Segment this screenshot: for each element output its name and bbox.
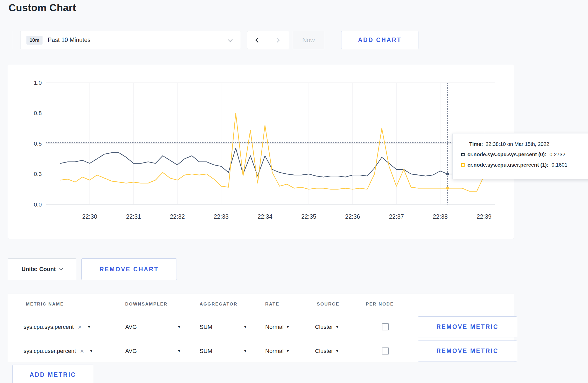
y-axis-label: 0.3: [16, 171, 42, 178]
per-node-cell: [382, 315, 389, 339]
chevron-left-icon: [255, 38, 261, 43]
source-select[interactable]: Cluster ▾: [315, 315, 338, 339]
per-node-cell: [382, 339, 389, 363]
rate-select[interactable]: Normal ▾: [265, 339, 289, 363]
rate-value: Normal: [265, 324, 284, 330]
tooltip-time: Time:22:38:10 on Mar 15th, 2022: [469, 141, 588, 147]
rate-value: Normal: [265, 348, 284, 354]
tooltip-time-label: Time:: [469, 141, 483, 147]
remove-metric-button[interactable]: REMOVE METRIC: [418, 341, 517, 361]
custom-chart-page: Custom Chart 10m Past 10 Minutes Now ADD…: [0, 0, 588, 383]
per-node-checkbox[interactable]: [382, 323, 389, 330]
caret-down-icon: ▾: [287, 349, 289, 353]
caret-down-icon: ▾: [336, 325, 338, 329]
downsampler-value: AVG: [125, 348, 137, 354]
aggregator-select[interactable]: SUM ▾: [200, 315, 246, 339]
x-axis-label: 22:31: [118, 213, 149, 220]
remove-value-icon[interactable]: ×: [78, 324, 82, 330]
caret-down-icon: ▾: [90, 349, 92, 353]
add-metric-button[interactable]: ADD METRIC: [12, 365, 93, 383]
tooltip-series-value: 0.1601: [551, 162, 567, 168]
time-next-button[interactable]: [268, 31, 289, 49]
chevron-right-icon: [275, 38, 280, 43]
tooltip-series-value: 0.2732: [550, 152, 565, 158]
time-range-select[interactable]: 10m Past 10 Minutes: [20, 31, 241, 49]
column-header-downsampler: DOWNSAMPLER: [125, 302, 167, 307]
remove-metric-button[interactable]: REMOVE METRIC: [418, 316, 517, 337]
aggregator-value: SUM: [200, 324, 212, 330]
aggregator-value: SUM: [200, 348, 212, 354]
time-range-badge: 10m: [26, 36, 43, 45]
source-value: Cluster: [315, 324, 333, 330]
downsampler-select[interactable]: AVG ▾: [125, 315, 180, 339]
time-range-label: Past 10 Minutes: [48, 37, 90, 44]
add-chart-button[interactable]: ADD CHART: [341, 31, 418, 49]
caret-down-icon: ▾: [244, 349, 246, 353]
remove-value-icon[interactable]: ×: [80, 348, 84, 354]
line-chart[interactable]: [8, 65, 514, 226]
rate-select[interactable]: Normal ▾: [265, 315, 289, 339]
tooltip-series-row: cr.node.sys.cpu.user.percent (1): 0.1601: [461, 162, 588, 168]
series-user-swatch-icon: [461, 163, 465, 167]
y-axis-label: 0.5: [16, 140, 42, 147]
source-select[interactable]: Cluster ▾: [315, 339, 338, 363]
caret-down-icon: ▾: [244, 325, 246, 329]
time-prev-button[interactable]: [247, 31, 268, 49]
table-row: sys.cpu.user.percent × ▾ AVG ▾ SUM ▾ Nor…: [8, 339, 514, 363]
caret-down-icon: ▾: [336, 349, 338, 353]
chevron-down-icon: [228, 37, 232, 42]
page-title: Custom Chart: [9, 2, 76, 13]
chart-tooltip: Time:22:38:10 on Mar 15th, 2022 cr.node.…: [452, 133, 588, 179]
metric-name-select[interactable]: sys.cpu.user.percent × ▾: [24, 339, 92, 363]
tooltip-series-row: cr.node.sys.cpu.sys.percent (0): 0.2732: [461, 152, 588, 158]
column-header-aggregator: AGGREGATOR: [200, 302, 237, 307]
metric-name-select[interactable]: sys.cpu.sys.percent × ▾: [24, 315, 90, 339]
caret-down-icon: ▾: [88, 325, 90, 329]
time-pager: [247, 31, 289, 49]
x-axis-label: 22:35: [293, 213, 324, 220]
series-sys-swatch-icon: [461, 153, 465, 156]
metrics-table: METRIC NAME DOWNSAMPLER AGGREGATOR RATE …: [8, 294, 514, 363]
remove-chart-button[interactable]: REMOVE CHART: [81, 258, 177, 280]
aggregator-select[interactable]: SUM ▾: [200, 339, 246, 363]
chevron-down-icon: [59, 267, 63, 270]
x-axis-label: 22:32: [162, 213, 193, 220]
y-axis-label: 1.0: [16, 80, 42, 86]
downsampler-select[interactable]: AVG ▾: [125, 339, 180, 363]
tooltip-series-name: cr.node.sys.cpu.user.percent (1):: [467, 162, 548, 168]
tooltip-time-value: 22:38:10 on Mar 15th, 2022: [486, 141, 549, 147]
toolbar-divider: [12, 31, 12, 49]
caret-down-icon: ▾: [178, 349, 180, 353]
units-label: Units: Count: [22, 266, 56, 273]
caret-down-icon: ▾: [287, 325, 289, 329]
caret-down-icon: ▾: [178, 325, 180, 329]
source-value: Cluster: [315, 348, 333, 354]
x-axis-label: 22:33: [206, 213, 237, 220]
y-axis-label: 0.8: [16, 110, 42, 117]
x-axis-label: 22:30: [74, 213, 105, 220]
now-button[interactable]: Now: [293, 31, 324, 49]
x-axis-label: 22:38: [425, 213, 456, 220]
x-axis-label: 22:37: [381, 213, 412, 220]
column-header-source: SOURCE: [317, 302, 339, 307]
table-row: sys.cpu.sys.percent × ▾ AVG ▾ SUM ▾ Norm…: [8, 315, 514, 339]
column-header-per-node: PER NODE: [366, 302, 394, 307]
x-axis-label: 22:39: [468, 213, 500, 220]
y-axis-label: 0.0: [16, 201, 42, 208]
column-header-rate: RATE: [265, 302, 279, 307]
downsampler-value: AVG: [125, 324, 137, 330]
chart-card: 1.0 0.8 0.5 0.3 0.0 22:30 22:31 22:32 22…: [8, 65, 514, 239]
units-select[interactable]: Units: Count: [8, 258, 76, 280]
tooltip-series-name: cr.node.sys.cpu.sys.percent (0):: [467, 152, 547, 158]
toolbar: 10m Past 10 Minutes Now ADD CHART: [0, 31, 588, 49]
x-axis-label: 22:36: [337, 213, 368, 220]
metric-name-label: sys.cpu.sys.percent: [24, 324, 74, 330]
metric-name-label: sys.cpu.user.percent: [24, 348, 76, 354]
per-node-checkbox[interactable]: [382, 347, 389, 354]
column-header-metric-name: METRIC NAME: [26, 302, 64, 307]
x-axis-label: 22:34: [249, 213, 281, 220]
